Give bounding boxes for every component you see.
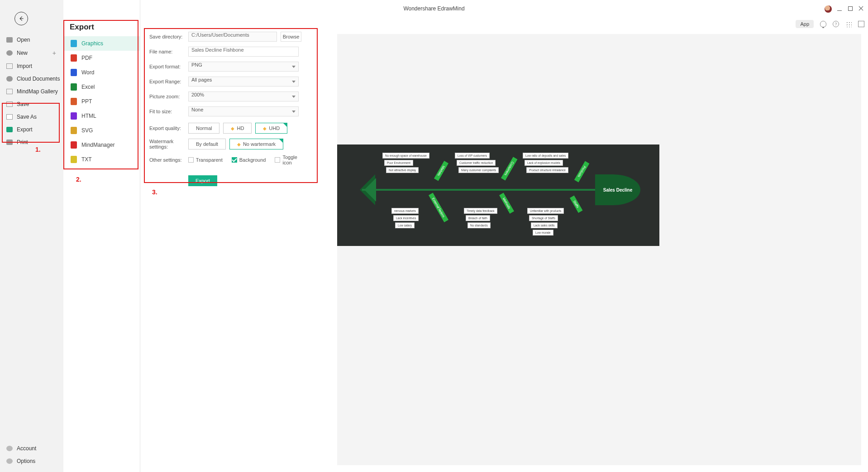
zoom-select[interactable]: 200% [188,92,299,101]
disk-arrow-icon [6,114,13,120]
format-item-ppt[interactable]: PPT [63,94,140,109]
bone-staffs: Staffs [570,196,582,213]
sidebar-item-cloud[interactable]: Cloud Documents [0,72,63,85]
save-dir-input[interactable]: C:/Users/User/Documents [188,32,277,42]
quality-hd-button[interactable]: ◆HD [223,123,252,134]
note: Low morale [533,230,553,236]
sidebar-label: Print [17,139,28,145]
browse-button[interactable]: Browse [281,32,301,42]
arrow-left-icon [18,15,24,22]
sidebar-item-print[interactable]: Print [0,136,63,149]
app-badge[interactable]: App [796,20,814,28]
watermark-default-button[interactable]: By default [188,139,226,149]
range-select[interactable]: All pages [188,77,299,87]
note: Breach of faith [466,215,490,221]
export-title: Export [70,23,94,32]
sidebar-item-options[interactable]: Options [0,455,63,467]
bone-methods: Methods [499,193,514,214]
format-item-graphics[interactable]: Graphics [63,36,140,51]
file-type-icon [71,83,77,91]
note: Product structure imbalance [526,167,568,173]
sidebar-item-import[interactable]: Import [0,60,63,72]
note: Lack incentives [393,215,419,221]
label-save-dir: Save directory: [149,34,188,39]
sidebar-item-open[interactable]: Open [0,34,63,46]
note: Timely data feedback [464,208,497,214]
checkbox-icon [188,157,194,163]
head-label: Sales Decline [603,188,632,193]
note: No enough space of warehouse [382,153,429,159]
note: nervous markets [391,208,419,214]
checkbox-background[interactable]: Background [232,157,266,163]
sidebar-label: Save [17,101,29,107]
fit-select[interactable]: None [188,106,299,116]
checkbox-toggle-icon[interactable]: Toggle icon [275,154,308,165]
apps-icon[interactable] [845,21,852,27]
close-icon[interactable] [859,6,863,11]
sidebar-item-saveas[interactable]: Save As [0,111,63,123]
sidebar-label: Open [17,37,30,43]
format-item-html[interactable]: HTML [63,109,140,123]
watermark-none-label: No wartermark [243,141,276,147]
hexagon-icon[interactable] [858,21,864,27]
sidebar-item-gallery[interactable]: MindMap Gallery [0,85,63,98]
label-file-name: File name: [149,49,188,54]
checkbox-transparent[interactable]: Transparent [188,157,223,163]
note: Unfamiliar with products [527,208,564,214]
format-item-txt[interactable]: TXT [63,152,140,167]
watermark-default-label: By default [196,141,218,147]
avatar[interactable] [825,5,832,13]
sidebar-item-new[interactable]: New+ [0,46,63,60]
chk-label: Background [239,157,266,163]
quality-normal-button[interactable]: Normal [188,123,219,134]
file-type-icon [71,112,77,120]
note: Loss of VIP customers [455,153,490,159]
note: Poor Environment [384,160,413,166]
note: Not attractive display [386,167,419,173]
checkbox-checked-icon [232,157,237,163]
plus-icon [6,50,13,56]
format-item-svg[interactable]: SVG [63,123,140,138]
note: No standards [467,222,491,228]
minimize-icon[interactable] [837,6,842,11]
annotation-label-1: 1. [35,146,41,153]
format-item-excel[interactable]: Excel [63,80,140,94]
format-item-mindmanager[interactable]: MindManager [63,138,140,152]
format-item-word[interactable]: Word [63,65,140,80]
maximize-icon[interactable] [848,6,853,11]
add-icon[interactable]: + [52,49,56,57]
sidebar-item-account[interactable]: Account [0,442,63,455]
sidebar-list: Open New+ Import Cloud Documents MindMap… [0,34,63,149]
gallery-icon [6,89,13,94]
header-toolbar: App ? [796,18,864,30]
diamond-icon: ◆ [263,126,267,131]
sidebar-item-save[interactable]: Save [0,98,63,111]
fishbone-preview: Sales Decline Markets Customers Products… [337,144,659,246]
export-options: Save directory: C:/Users/User/Documents … [149,32,317,191]
file-name-input[interactable]: Sales Decline Fishbone [188,47,299,57]
watermark-none-button[interactable]: ◆No wartermark [229,139,283,149]
note: Shortage of Staffs [529,215,558,221]
annotation-label-3: 3. [152,188,157,196]
sidebar-item-export[interactable]: Export [0,123,63,136]
format-label: Graphics [81,40,103,47]
file-type-icon [71,127,77,134]
cloud-icon [6,76,13,82]
folder-icon [6,37,13,43]
quality-normal-label: Normal [196,125,212,131]
format-select[interactable]: PNG [188,62,299,72]
format-label: HTML [81,113,96,119]
back-button[interactable] [14,12,28,25]
bell-icon[interactable] [820,21,826,27]
quality-uhd-label: UHD [269,125,280,131]
note: Customer traffic reduction [457,160,496,166]
fish-head: Sales Decline [595,174,640,205]
quality-uhd-button[interactable]: ◆UHD [255,123,287,134]
label-watermark: Watermark settings: [149,139,188,149]
help-icon[interactable]: ? [833,21,839,27]
export-button[interactable]: Export [188,175,217,186]
format-item-pdf[interactable]: PDF [63,51,140,65]
label-range: Export Range: [149,79,188,84]
sidebar-label: MindMap Gallery [17,88,58,95]
file-type-icon [71,141,77,149]
